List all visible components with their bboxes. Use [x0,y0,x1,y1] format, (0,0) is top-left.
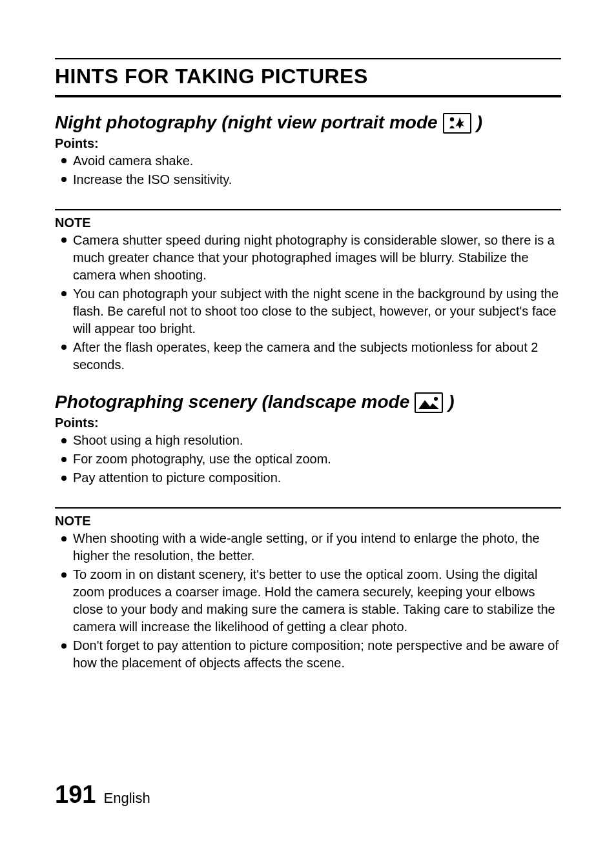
heading-text-pre: Night photography (night view portrait m… [55,112,438,133]
section-landscape: Photographing scenery (landscape mode ) … [55,392,561,672]
list-item: Shoot using a high resolution. [61,432,561,449]
points-label: Points: [55,416,561,430]
top-rule [55,58,561,59]
list-item: For zoom photography, use the optical zo… [61,450,561,468]
page-footer: 191 English [55,781,150,809]
heading-text-post: ) [448,392,454,412]
night-portrait-mode-icon [442,112,473,134]
section-heading: Night photography (night view portrait m… [55,112,561,134]
list-item: To zoom in on distant scenery, it's bett… [61,566,561,636]
note-list: Camera shutter speed during night photog… [61,232,561,374]
svg-point-1 [434,397,438,401]
list-item: When shooting with a wide-angle setting,… [61,530,561,565]
points-list: Shoot using a high resolution. For zoom … [61,432,561,487]
note-label: NOTE [55,514,561,529]
list-item: Don't forget to pay attention to picture… [61,637,561,672]
note-label: NOTE [55,216,561,230]
list-item: Increase the ISO sensitivity. [61,171,561,188]
heading-text-pre: Photographing scenery (landscape mode [55,392,409,412]
points-list: Avoid camera shake. Increase the ISO sen… [61,152,561,188]
list-item: You can photograph your subject with the… [61,285,561,338]
section-heading: Photographing scenery (landscape mode ) [55,392,561,414]
points-label: Points: [55,136,561,151]
list-item: Pay attention to picture composition. [61,469,561,487]
title-underline [55,95,561,97]
note-rule [55,507,561,509]
svg-point-0 [449,117,453,121]
list-item: After the flash operates, keep the camer… [61,339,561,374]
list-item: Avoid camera shake. [61,152,561,170]
section-night-photography: Night photography (night view portrait m… [55,112,561,374]
note-rule [55,209,561,210]
list-item: Camera shutter speed during night photog… [61,232,561,284]
landscape-mode-icon [413,392,444,414]
note-list: When shooting with a wide-angle setting,… [61,530,561,672]
page-title: HINTS FOR TAKING PICTURES [55,65,561,88]
footer-language: English [104,790,150,806]
page-number: 191 [55,781,96,808]
heading-text-post: ) [477,112,482,133]
